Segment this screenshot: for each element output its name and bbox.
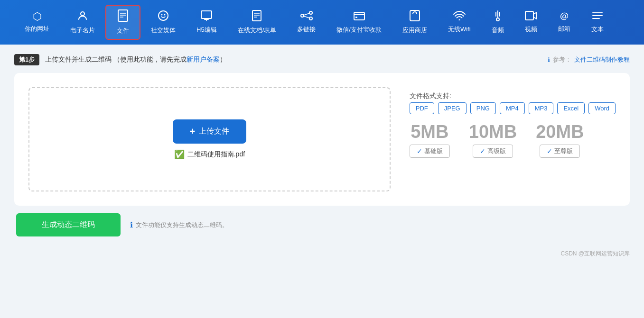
nav-item-email[interactable]: ＠ 邮箱 — [548, 8, 581, 37]
nav-item-bizcard[interactable]: 电子名片 — [60, 6, 105, 38]
svg-point-0 — [81, 12, 84, 16]
nav-item-h5[interactable]: H5编辑 — [186, 7, 227, 38]
nav-item-url[interactable]: ⬡ 你的网址 — [14, 8, 60, 37]
note-info-icon: ℹ — [130, 220, 133, 229]
svg-rect-21 — [355, 17, 357, 18]
size-5mb-badge: ✓ 基础版 — [410, 145, 450, 158]
social-icon — [158, 10, 169, 23]
wifi-icon — [453, 11, 466, 22]
size-item-20mb: 20MB ✓ 至尊版 — [536, 123, 584, 158]
upload-zone[interactable]: + 上传文件 ✅ 二维码使用指南.pdf — [28, 87, 391, 191]
nav-item-h5-label: H5编辑 — [196, 26, 217, 34]
size-20mb-badge: ✓ 至尊版 — [540, 145, 580, 158]
svg-point-6 — [161, 14, 163, 16]
nav-item-url-label: 你的网址 — [25, 25, 49, 33]
step-badge: 第1步 — [14, 54, 39, 65]
h5-icon — [201, 10, 212, 23]
file-icon — [118, 9, 128, 24]
format-tag-jpeg: JPEG — [438, 102, 467, 114]
nav-item-appstore[interactable]: 应用商店 — [392, 6, 438, 38]
svg-rect-25 — [525, 11, 533, 20]
size-5mb-value: 5MB — [411, 123, 448, 141]
bizcard-icon — [77, 10, 88, 23]
appstore-icon — [410, 10, 420, 23]
nav-item-file-label: 文件 — [117, 27, 129, 35]
size-row: 5MB ✓ 基础版 10MB ✓ 高级版 20MB ✓ — [410, 123, 616, 158]
step-header: 第1步 上传文件并生成二维码 （使用此功能，请先完成新用户备案） ℹ 参考： 文… — [14, 54, 630, 65]
format-tag-pdf: PDF — [410, 102, 434, 114]
check-icon-premium: ✓ — [547, 147, 552, 155]
url-icon: ⬡ — [33, 11, 42, 22]
size-10mb-value: 10MB — [469, 123, 517, 141]
tutorial-link[interactable]: 文件二维码制作教程 — [574, 55, 630, 64]
info-icon: ℹ — [548, 56, 550, 64]
format-tag-excel: Excel — [557, 102, 585, 114]
nav-item-doc[interactable]: 在线文档/表单 — [227, 6, 287, 38]
format-tag-png: PNG — [470, 102, 496, 114]
nav-item-wifi-label: 无线Wifi — [448, 25, 471, 34]
audio-icon — [493, 10, 503, 23]
size-20mb-value: 20MB — [536, 123, 584, 141]
main-content: 第1步 上传文件并生成二维码 （使用此功能，请先完成新用户备案） ℹ 参考： 文… — [0, 45, 644, 246]
svg-point-7 — [164, 14, 166, 16]
svg-point-5 — [159, 11, 168, 20]
generate-button[interactable]: 生成动态二维码 — [16, 213, 121, 236]
svg-rect-8 — [201, 11, 212, 18]
svg-point-23 — [458, 19, 460, 21]
doc-icon — [252, 10, 261, 23]
video-icon — [525, 11, 537, 22]
bottom-bar: 生成动态二维码 ℹ 文件功能仅支持生成动态二维码。 — [14, 213, 630, 236]
format-tag-word: Word — [588, 102, 616, 114]
size-item-5mb: 5MB ✓ 基础版 — [410, 123, 450, 158]
plus-icon: + — [190, 126, 196, 137]
footer: CSDN @互联网运营知识库 — [0, 246, 644, 262]
svg-rect-20 — [354, 12, 364, 20]
pay-icon — [354, 10, 365, 23]
svg-point-24 — [496, 18, 499, 21]
svg-point-16 — [309, 11, 312, 14]
email-icon: ＠ — [559, 11, 569, 22]
nav-item-audio-label: 音频 — [492, 26, 504, 35]
upload-filename: ✅ 二维码使用指南.pdf — [174, 149, 245, 160]
nav-item-multilink[interactable]: 多链接 — [287, 7, 326, 37]
svg-rect-11 — [252, 10, 261, 21]
size-10mb-badge: ✓ 高级版 — [473, 145, 513, 158]
step-ref: ℹ 参考： 文件二维码制作教程 — [548, 55, 630, 64]
check-icon-basic: ✓ — [417, 147, 422, 155]
svg-point-17 — [309, 17, 312, 20]
nav-item-multilink-label: 多链接 — [297, 25, 316, 34]
nav-item-video-label: 视频 — [525, 25, 537, 34]
note-text: ℹ 文件功能仅支持生成动态二维码。 — [130, 220, 228, 229]
svg-line-19 — [304, 16, 309, 18]
nav-item-appstore-label: 应用商店 — [402, 26, 427, 35]
svg-rect-1 — [118, 10, 128, 21]
nav-item-pay-label: 微信/支付宝收款 — [336, 26, 382, 34]
nav-item-social[interactable]: 社交媒体 — [140, 6, 186, 38]
format-tag-mp3: MP3 — [529, 102, 554, 114]
nav-item-text[interactable]: 文本 — [581, 7, 614, 37]
size-item-10mb: 10MB ✓ 高级版 — [469, 123, 517, 158]
nav-item-text-label: 文本 — [591, 25, 604, 34]
check-icon-advanced: ✓ — [480, 147, 485, 155]
format-info: 文件格式支持: PDF JPEG PNG MP4 MP3 Excel Word … — [410, 87, 616, 158]
footer-text: CSDN @互联网运营知识库 — [560, 250, 630, 257]
nav-item-pay[interactable]: 微信/支付宝收款 — [326, 7, 392, 38]
format-tag-mp4: MP4 — [500, 102, 525, 114]
svg-point-15 — [301, 14, 304, 17]
nav-item-video[interactable]: 视频 — [514, 7, 548, 37]
nav-item-email-label: 邮箱 — [558, 25, 570, 33]
format-label: 文件格式支持: — [410, 92, 616, 100]
nav-item-bizcard-label: 电子名片 — [70, 26, 95, 35]
svg-line-18 — [304, 13, 309, 15]
nav-item-social-label: 社交媒体 — [151, 26, 176, 35]
upload-card: + 上传文件 ✅ 二维码使用指南.pdf 文件格式支持: PDF JPEG PN… — [14, 73, 630, 206]
upload-button[interactable]: + 上传文件 — [173, 119, 247, 144]
text-icon — [592, 11, 603, 22]
nav-item-doc-label: 在线文档/表单 — [238, 26, 277, 35]
nav-item-wifi[interactable]: 无线Wifi — [438, 7, 481, 37]
nav-item-audio[interactable]: 音频 — [481, 6, 514, 38]
nav-item-file[interactable]: 文件 — [105, 5, 140, 40]
multilink-icon — [300, 11, 313, 22]
step-title: 上传文件并生成二维码 （使用此功能，请先完成新用户备案） — [45, 55, 226, 64]
new-user-link[interactable]: 新用户备案 — [187, 55, 220, 63]
